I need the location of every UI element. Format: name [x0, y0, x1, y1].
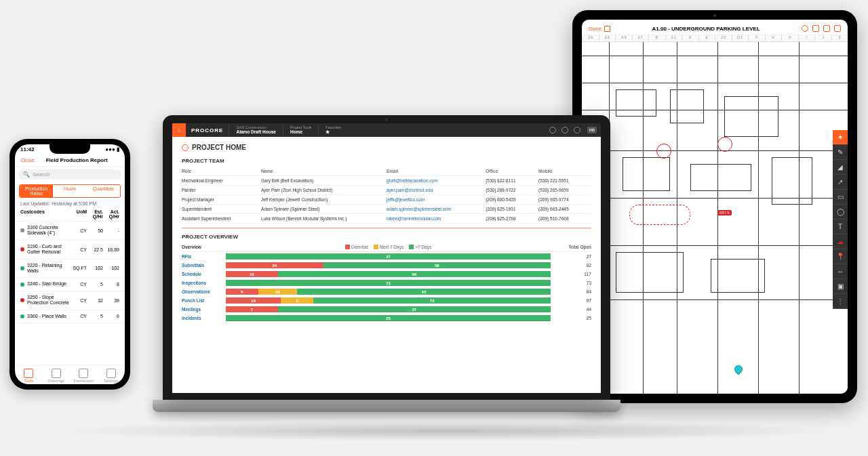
- overview-row[interactable]: Punch List 16972 97: [182, 296, 591, 305]
- table-row[interactable]: SuperintendentAdam Spinner (Spinner Stee…: [182, 205, 591, 214]
- nav-icon: [79, 369, 88, 378]
- help-icon[interactable]: [549, 127, 556, 133]
- list-item[interactable]: 3160 Concrete Sidewalk (4") CY 50 -: [15, 222, 125, 241]
- rfi-tag[interactable]: RFI 5: [717, 210, 732, 215]
- uom: CY: [71, 298, 87, 303]
- nav-icon: [24, 369, 33, 378]
- home-icon[interactable]: ⌂: [172, 123, 186, 137]
- notifications-icon[interactable]: [574, 127, 580, 133]
- table-row[interactable]: Project ManagerJeff Kemper (Jewett Const…: [182, 195, 591, 205]
- list-item[interactable]: 3360 - Place Walls CY 5 6: [15, 310, 125, 323]
- total-value: 44: [551, 307, 591, 312]
- team-section-title: PROJECT TEAM: [182, 158, 591, 164]
- user-avatar[interactable]: RB: [587, 127, 597, 133]
- apps-icon[interactable]: [561, 127, 568, 133]
- rect-tool-icon[interactable]: ▭: [833, 190, 848, 205]
- uom: SQ FT: [71, 266, 87, 270]
- est-value: 22.5: [87, 247, 103, 252]
- markup-circle[interactable]: [656, 144, 671, 159]
- overview-name: Inspections: [182, 281, 226, 285]
- list-item[interactable]: 3250 - Slope Protection Concrete CY 32 3…: [15, 291, 125, 310]
- markup-circle[interactable]: [717, 137, 732, 152]
- done-button[interactable]: Done: [589, 26, 610, 32]
- layers-icon[interactable]: [823, 25, 830, 32]
- phone-header: Close Field Production Report: [15, 154, 125, 167]
- overview-row[interactable]: Inspections 73 73: [182, 278, 591, 287]
- list-item[interactable]: 3220 - Retaining Walls SQ FT 102 102: [15, 260, 125, 278]
- overview-row[interactable]: Submittals 2458 82: [182, 261, 591, 270]
- company-selector[interactable]: GAS Construction Alamo Draft House: [229, 125, 283, 134]
- table-row[interactable]: Mechanical EngineerGary Bell (Bell Excav…: [182, 176, 591, 186]
- status-dot: [20, 298, 24, 302]
- pin-tool-icon[interactable]: 📍: [833, 249, 848, 264]
- overview-header: Overview Overdue Next 7 Days >7 Days Tot…: [182, 243, 591, 252]
- list-item[interactable]: 3190 - Curb and Gutter Removal CY 22.5 1…: [15, 241, 125, 260]
- progress-bar: 1998: [226, 271, 551, 277]
- blueprint-canvas[interactable]: RFI 5 ✦ ✎ ◢ ↗ ▭ ◯ T ☁ 📍 ↔ ▣ ⋮: [582, 42, 848, 394]
- overview-row[interactable]: Incidents 25 25: [182, 314, 591, 323]
- status-dot: [20, 266, 24, 270]
- cloud-tool-icon[interactable]: ☁: [833, 234, 848, 249]
- text-tool-icon[interactable]: T: [833, 220, 848, 234]
- phone-time: 11:42: [20, 146, 34, 152]
- phone-tab[interactable]: Quantities: [87, 185, 120, 197]
- phone-tab[interactable]: Hours: [53, 185, 86, 197]
- markup-cloud[interactable]: [629, 205, 690, 225]
- last-updated: Last Updated: Yesterday at 5:00 PM: [15, 200, 125, 207]
- info-icon[interactable]: [802, 25, 808, 32]
- team-table-header: Role Name Email Office Mobile: [182, 167, 591, 176]
- select-tool-icon[interactable]: ✦: [833, 130, 848, 145]
- share-icon[interactable]: [834, 25, 841, 32]
- uom: CY: [71, 314, 87, 318]
- est-value: 32: [87, 298, 103, 303]
- search-input[interactable]: 🔍 Search: [19, 169, 121, 180]
- total-value: 82: [551, 263, 591, 268]
- costcode-name: 3240 - Slab Bridge: [27, 281, 71, 287]
- table-row[interactable]: Assistant SuperintendentLuke Wilson (Ben…: [182, 214, 591, 224]
- overview-rows: RFIs 27 27Submittals 2458 82Schedule 199…: [182, 252, 591, 323]
- progress-bar: 91065: [226, 289, 551, 295]
- measure-tool-icon[interactable]: ↔: [833, 264, 848, 279]
- uom: CY: [71, 282, 87, 287]
- act-value: 18.89: [103, 247, 119, 252]
- progress-bar: 73: [226, 280, 551, 286]
- nav-icon: [52, 369, 61, 378]
- phone-device: 11:42 ●●● ▮ Close Field Production Repor…: [9, 139, 130, 390]
- nav-item[interactable]: Dashboard: [70, 369, 98, 383]
- total-value: 84: [551, 289, 591, 294]
- nav-item[interactable]: Settings: [98, 369, 125, 383]
- progress-bar: 27: [226, 253, 551, 260]
- location-pin[interactable]: [733, 364, 745, 375]
- grid-icon: [604, 26, 610, 32]
- nav-item[interactable]: Tools: [15, 369, 43, 383]
- status-dot: [20, 283, 24, 287]
- camera-tool-icon[interactable]: ▣: [833, 279, 848, 294]
- list-item[interactable]: 3240 - Slab Bridge CY 5 8: [15, 278, 125, 291]
- arrow-tool-icon[interactable]: ↗: [833, 175, 848, 190]
- overview-legend: Overdue Next 7 Days >7 Days: [226, 245, 551, 249]
- est-value: 50: [87, 228, 103, 233]
- tablet-screen: Done A1.00 - UNDERGROUND PARKING LEVEL 2…: [582, 20, 848, 394]
- gear-icon[interactable]: [182, 144, 189, 151]
- table-row[interactable]: PainterAyer Pain (Zion High School Distr…: [182, 186, 591, 195]
- pen-tool-icon[interactable]: ✎: [833, 145, 848, 160]
- more-tool-icon[interactable]: ⋮: [833, 294, 848, 309]
- tools-selector[interactable]: Project Tools Home: [283, 125, 318, 134]
- nav-item[interactable]: Drawings: [43, 369, 71, 383]
- total-value: 117: [551, 272, 591, 276]
- ruler-top: 2.92.8A.92.7B2.1DE2.0D.1FGHIJ5: [582, 35, 848, 42]
- overview-row[interactable]: Meetings 737 44: [182, 305, 591, 314]
- favorites[interactable]: Favorites ★: [318, 125, 348, 134]
- overview-row[interactable]: Schedule 1998 117: [182, 270, 591, 278]
- ellipse-tool-icon[interactable]: ◯: [833, 205, 848, 220]
- close-button[interactable]: Close: [20, 157, 34, 163]
- phone-tab[interactable]: Production Rates: [20, 185, 53, 197]
- edit-icon[interactable]: [812, 25, 819, 32]
- laptop-screen: ⌂ PROCORE GAS Construction Alamo Draft H…: [172, 123, 601, 393]
- overview-name: Submittals: [182, 263, 226, 268]
- overview-row[interactable]: Observations 91065 84: [182, 287, 591, 296]
- search-placeholder: Search: [33, 171, 50, 178]
- progress-bar: 737: [226, 306, 551, 312]
- highlighter-tool-icon[interactable]: ◢: [833, 160, 848, 175]
- overview-row[interactable]: RFIs 27 27: [182, 252, 591, 261]
